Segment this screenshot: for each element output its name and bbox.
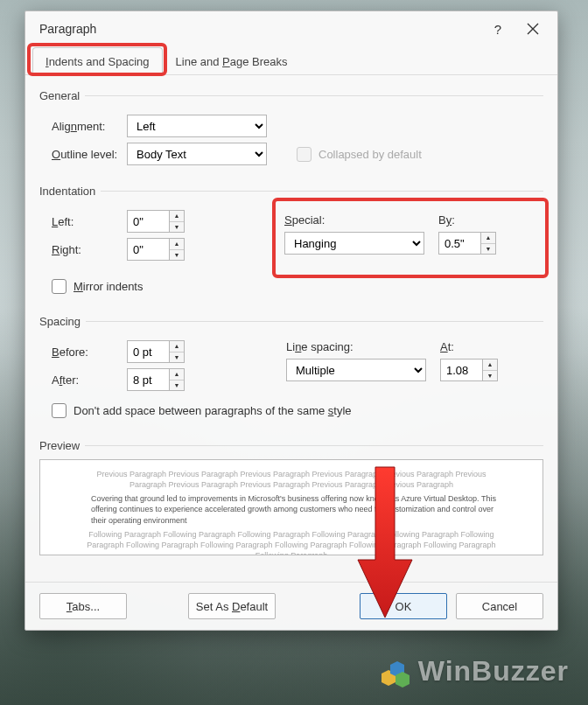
outline-level-label: Outline level: [39, 148, 120, 161]
by-input[interactable] [438, 232, 480, 255]
mirror-indents-label: Mirror indents [74, 280, 143, 293]
special-select[interactable]: Hanging [284, 232, 424, 255]
tab-strip: Indents and Spacing Line and Page Breaks [25, 46, 557, 75]
spin-up-icon[interactable]: ▲ [170, 239, 184, 250]
indent-right-spinner[interactable]: ▲▼ [127, 238, 185, 261]
preview-sample-text: Covering that ground led to improvements… [52, 490, 530, 528]
paragraph-dialog: Paragraph ? Indents and Spacing Line and… [24, 10, 558, 631]
spin-up-icon[interactable]: ▲ [170, 211, 184, 222]
indent-right-input[interactable] [127, 238, 169, 261]
tab-label: Indents and Spacing [46, 55, 150, 68]
tab-indents-spacing[interactable]: Indents and Spacing [32, 47, 163, 75]
winbuzzer-logo-icon [376, 653, 413, 689]
before-spinner[interactable]: ▲▼ [127, 340, 185, 363]
dont-add-space-checkbox[interactable] [52, 403, 66, 418]
indent-left-input[interactable] [127, 210, 169, 233]
before-input[interactable] [127, 340, 169, 363]
by-label: By: [438, 213, 455, 227]
collapsed-label: Collapsed by default [318, 148, 422, 161]
watermark-text: WinBuzzer [418, 655, 569, 688]
by-spinner[interactable]: ▲▼ [438, 232, 496, 255]
preview-following-text: Following Paragraph Following Paragraph … [52, 529, 530, 555]
tabs-button[interactable]: Tabs... [39, 593, 127, 619]
dont-add-space-label: Don't add space between paragraphs of th… [74, 404, 352, 417]
close-icon [527, 23, 539, 35]
indent-left-label: Left: [39, 215, 120, 228]
special-label: Special: [284, 213, 414, 227]
tab-line-page-breaks[interactable]: Line and Page Breaks [163, 47, 301, 75]
set-default-button[interactable]: Set As Default [188, 593, 276, 619]
mirror-indents-checkbox[interactable] [52, 279, 66, 294]
spin-down-icon[interactable]: ▼ [483, 371, 497, 381]
close-button[interactable] [515, 11, 550, 46]
alignment-select[interactable]: Left [127, 115, 267, 137]
collapsed-checkbox [297, 147, 312, 162]
help-button[interactable]: ? [480, 11, 515, 46]
preview-group: Preview Previous Paragraph Previous Para… [39, 439, 543, 555]
spin-up-icon[interactable]: ▲ [170, 341, 184, 352]
spin-up-icon[interactable]: ▲ [170, 369, 184, 380]
outline-level-select[interactable]: Body Text [127, 143, 267, 165]
general-group: General Alignment: Left Outline level: B… [39, 89, 543, 171]
spin-down-icon[interactable]: ▼ [481, 244, 495, 255]
cancel-button[interactable]: Cancel [456, 593, 543, 619]
spin-up-icon[interactable]: ▲ [481, 233, 495, 244]
indent-left-spinner[interactable]: ▲▼ [127, 210, 185, 233]
indent-right-label: Right: [39, 243, 120, 256]
spin-down-icon[interactable]: ▼ [170, 352, 184, 363]
indentation-legend: Indentation [39, 185, 101, 198]
line-spacing-label: Line spacing: [286, 340, 416, 353]
preview-box: Previous Paragraph Previous Paragraph Pr… [39, 459, 543, 555]
spin-up-icon[interactable]: ▲ [483, 359, 497, 371]
before-label: Before: [39, 346, 120, 359]
preview-previous-text: Previous Paragraph Previous Paragraph Pr… [52, 469, 530, 490]
spin-down-icon[interactable]: ▼ [170, 222, 184, 233]
title-bar: Paragraph ? [25, 11, 557, 46]
alignment-label: Alignment: [39, 120, 120, 133]
spin-down-icon[interactable]: ▼ [170, 250, 184, 261]
spin-down-icon[interactable]: ▼ [170, 380, 184, 391]
at-spinner[interactable]: ▲▼ [440, 359, 498, 381]
after-label: After: [39, 373, 120, 387]
after-spinner[interactable]: ▲▼ [127, 368, 185, 391]
line-spacing-select[interactable]: Multiple [286, 359, 426, 381]
after-input[interactable] [127, 368, 169, 391]
indentation-group: Indentation Left: ▲▼ Right: ▲▼ [39, 185, 543, 301]
at-input[interactable] [440, 359, 482, 381]
spacing-legend: Spacing [39, 315, 86, 328]
dialog-title: Paragraph [39, 22, 96, 36]
preview-legend: Preview [39, 439, 85, 452]
button-bar: Tabs... Set As Default OK Cancel [25, 582, 557, 630]
tab-label: Line and Page Breaks [176, 55, 288, 68]
dialog-body: General Alignment: Left Outline level: B… [25, 75, 557, 582]
watermark: WinBuzzer [376, 653, 569, 689]
ok-button[interactable]: OK [360, 593, 447, 619]
at-label: At: [440, 340, 454, 353]
spacing-group: Spacing Before: ▲▼ After: ▲▼ [39, 315, 543, 425]
general-legend: General [39, 89, 85, 102]
